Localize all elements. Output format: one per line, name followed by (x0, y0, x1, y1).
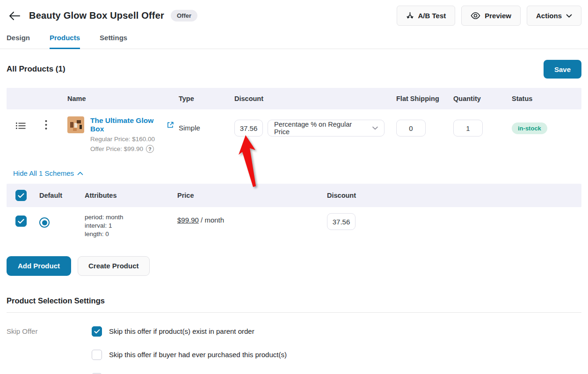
products-table-header: Name Type Discount Flat Shipping Quantit… (7, 88, 581, 109)
tab-bar: Design Products Settings (0, 34, 588, 49)
quantity-cell (450, 116, 506, 137)
top-bar-left: Beauty Glow Box Upsell Offer Offer (7, 8, 197, 24)
setting-label: Skip Offer (7, 326, 92, 335)
chevron-down-icon (372, 126, 378, 130)
discount-cell: Percentage % on Regular Price (229, 116, 394, 137)
chevron-down-icon (566, 14, 572, 18)
kebab-menu-icon (45, 120, 47, 130)
products-section-header: All Products (1) Save (7, 60, 581, 79)
schemes-table-header: Default Attributes Price Discount (7, 184, 581, 207)
selection-settings-heading: Product Selection Settings (7, 296, 581, 305)
select-all-schemes-checkbox[interactable] (15, 190, 27, 201)
column-header-type: Type (174, 95, 229, 102)
help-icon[interactable]: ? (146, 145, 154, 153)
product-cell: The Ultimate Glow Box Regular Price: $16… (57, 116, 174, 153)
column-header-discount: Discount (229, 95, 394, 102)
actions-label: Actions (536, 12, 562, 20)
save-button[interactable]: Save (544, 60, 581, 79)
setting-row-skip-purchased: Skip this offer if buyer had ever purcha… (7, 350, 581, 360)
schemes-toggle-link[interactable]: Hide All 1 Schemes (13, 169, 83, 177)
offer-type-badge: Offer (171, 10, 197, 22)
row-menu-button[interactable] (35, 116, 57, 130)
tab-design[interactable]: Design (7, 34, 30, 49)
schemes-table: Default Attributes Price Discount period… (7, 184, 581, 246)
create-product-button[interactable]: Create Product (78, 256, 150, 276)
scheme-price-amount[interactable]: $99.90 (177, 216, 199, 224)
split-branch-icon (406, 12, 414, 20)
chevron-up-icon (77, 172, 83, 175)
column-header-attributes: Attributes (80, 192, 174, 199)
scheme-discount-cell (323, 213, 478, 230)
discount-value-input[interactable] (234, 120, 263, 137)
product-info: The Ultimate Glow Box Regular Price: $16… (90, 116, 174, 153)
scheme-row: period: month interval: 1 length: 0 $99.… (7, 207, 581, 246)
eye-icon (471, 12, 480, 19)
product-selection-settings: Product Selection Settings Skip Offer Sk… (7, 296, 581, 374)
discount-type-value: Percentage % on Regular Price (274, 121, 368, 136)
discount-type-select[interactable]: Percentage % on Regular Price (268, 120, 385, 137)
page-title: Beauty Glow Box Upsell Offer (29, 10, 164, 21)
column-header-quantity: Quantity (450, 95, 506, 102)
setting-row-skip-offer: Skip Offer Skip this offer if product(s)… (7, 326, 581, 337)
drag-list-icon (15, 121, 26, 130)
top-bar: Beauty Glow Box Upsell Offer Offer A/B T… (0, 0, 588, 26)
skip-if-purchased-checkbox[interactable] (92, 350, 102, 360)
attribute-line: period: month (85, 213, 174, 222)
check-icon (94, 329, 100, 334)
column-header-status: Status (506, 95, 581, 102)
offer-price-text: Offer Price: $99.90 (90, 145, 143, 152)
scheme-price: $99.90 / month (174, 213, 323, 224)
column-header-default: Default (36, 192, 80, 199)
product-actions-row: Add Product Create Product (7, 256, 581, 276)
scheme-discount-input[interactable] (327, 213, 356, 230)
check-icon (18, 219, 24, 224)
tab-settings[interactable]: Settings (100, 34, 127, 49)
quantity-input[interactable] (453, 120, 483, 137)
preview-label: Preview (485, 12, 511, 20)
products-heading: All Products (1) (7, 65, 65, 74)
column-header-name: Name (57, 95, 174, 102)
drag-handle[interactable] (7, 116, 35, 130)
setting-label (7, 350, 92, 351)
scheme-checkbox[interactable] (15, 216, 27, 227)
schemes-toggle-label: Hide All 1 Schemes (13, 169, 74, 177)
flat-shipping-input[interactable] (396, 120, 426, 137)
setting-checkbox-label[interactable]: Skip this offer if buyer had ever purcha… (109, 351, 287, 359)
scheme-attributes: period: month interval: 1 length: 0 (80, 213, 174, 239)
section-divider (7, 312, 581, 313)
product-type: Simple (174, 116, 229, 132)
regular-price-text: Regular Price: $160.00 (90, 136, 174, 143)
ab-test-button[interactable]: A/B Test (397, 6, 456, 26)
product-thumbnail (67, 116, 84, 133)
products-table: Name Type Discount Flat Shipping Quantit… (7, 88, 581, 163)
column-header-scheme-discount: Discount (323, 192, 478, 199)
check-icon (18, 193, 24, 198)
setting-checkbox-label[interactable]: Skip this offer if product(s) exist in p… (109, 327, 254, 335)
attribute-line: interval: 1 (85, 222, 174, 230)
add-product-button[interactable]: Add Product (7, 256, 71, 276)
skip-if-exists-checkbox[interactable] (92, 326, 102, 337)
preview-button[interactable]: Preview (461, 6, 521, 26)
top-bar-actions: A/B Test Preview Actions (397, 6, 581, 26)
tab-products[interactable]: Products (50, 34, 80, 49)
offer-editor-page: Beauty Glow Box Upsell Offer Offer A/B T… (0, 0, 588, 374)
arrow-left-icon (8, 11, 21, 21)
back-button[interactable] (7, 8, 22, 24)
status-cell: in-stock (506, 116, 581, 134)
column-header-flat-shipping: Flat Shipping (394, 95, 450, 102)
attribute-line: length: 0 (85, 230, 174, 238)
external-link-icon[interactable] (167, 121, 174, 129)
scheme-price-suffix: / month (201, 216, 224, 224)
ab-test-label: A/B Test (418, 12, 446, 20)
column-header-price: Price (174, 192, 323, 199)
actions-button[interactable]: Actions (527, 6, 581, 26)
default-scheme-radio[interactable] (39, 217, 50, 228)
product-row: The Ultimate Glow Box Regular Price: $16… (7, 109, 581, 163)
stock-status-badge: in-stock (512, 122, 547, 134)
product-name-link[interactable]: The Ultimate Glow Box (90, 116, 163, 133)
flat-shipping-cell (394, 116, 450, 137)
